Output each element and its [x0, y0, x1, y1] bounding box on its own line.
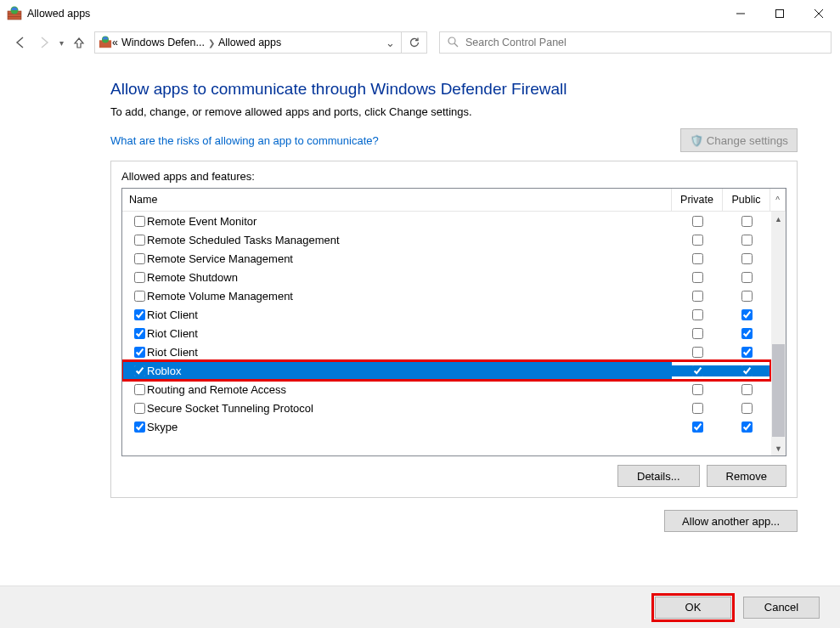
table-row[interactable]: Riot Client [122, 305, 770, 324]
row-public-checkbox[interactable] [741, 291, 753, 302]
row-public-checkbox[interactable] [741, 384, 753, 395]
column-public[interactable]: Public [723, 189, 770, 211]
table-row[interactable]: Routing and Remote Access [122, 380, 770, 399]
table-row[interactable]: Remote Event Monitor [122, 212, 770, 230]
remove-button[interactable]: Remove [707, 465, 786, 487]
row-enable-checkbox[interactable] [134, 328, 145, 339]
row-public-checkbox[interactable] [741, 309, 753, 320]
row-enable-checkbox[interactable] [134, 421, 145, 433]
row-private-checkbox[interactable] [692, 328, 703, 339]
column-private[interactable]: Private [672, 189, 723, 211]
allow-another-app-button[interactable]: Allow another app... [664, 510, 798, 532]
row-private-checkbox[interactable] [692, 347, 703, 358]
row-enable-checkbox[interactable] [134, 384, 145, 395]
row-private-checkbox[interactable] [692, 216, 703, 227]
row-name: Riot Client [147, 346, 198, 359]
search-box[interactable] [439, 31, 832, 54]
scroll-up-arrow[interactable]: ▲ [771, 212, 786, 226]
row-name: Remote Shutdown [147, 271, 238, 284]
navbar: ▾ « Windows Defen... ❯ Allowed apps ⌄ [0, 27, 840, 58]
page-title: Allow apps to communicate through Window… [110, 80, 798, 99]
scroll-down-arrow[interactable]: ▼ [771, 441, 786, 455]
firewall-icon [99, 36, 112, 49]
breadcrumb-item-2[interactable]: Allowed apps [218, 37, 281, 48]
row-public-checkbox[interactable] [741, 403, 753, 414]
breadcrumb-prefix: « [112, 37, 118, 48]
minimize-button[interactable] [721, 0, 760, 27]
list-header: Name Private Public ^ [122, 189, 786, 212]
table-row[interactable]: Riot Client [122, 324, 770, 342]
row-private-checkbox[interactable] [692, 235, 703, 246]
table-row[interactable]: Riot Client [122, 342, 770, 361]
address-dropdown[interactable]: ⌄ [382, 37, 397, 49]
window-title: Allowed apps [27, 8, 90, 20]
address-bar[interactable]: « Windows Defen... ❯ Allowed apps ⌄ [94, 31, 402, 54]
vertical-scrollbar[interactable]: ▲ ▼ [771, 212, 786, 455]
risks-link[interactable]: What are the risks of allowing an app to… [110, 134, 379, 147]
back-button[interactable] [8, 30, 32, 55]
details-button[interactable]: Details... [617, 465, 700, 487]
row-public-checkbox[interactable] [741, 253, 753, 264]
row-public-checkbox[interactable] [741, 272, 753, 283]
scroll-thumb[interactable] [772, 344, 785, 437]
table-row[interactable]: Remote Volume Management [122, 286, 770, 305]
row-enable-checkbox[interactable] [134, 365, 145, 376]
maximize-button[interactable] [760, 0, 799, 27]
close-button[interactable] [799, 0, 838, 27]
table-row[interactable]: Roblox [122, 361, 770, 380]
row-public-checkbox[interactable] [741, 365, 753, 376]
bottom-bar: OK Cancel [0, 586, 840, 628]
table-row[interactable]: Secure Socket Tunneling Protocol [122, 399, 770, 417]
svg-line-12 [454, 43, 458, 47]
row-private-checkbox[interactable] [692, 384, 703, 395]
row-private-checkbox[interactable] [692, 272, 703, 283]
breadcrumb-item-1[interactable]: Windows Defen... [121, 37, 205, 48]
change-settings-button[interactable]: 🛡️ Change settings [680, 128, 798, 152]
row-public-checkbox[interactable] [741, 216, 753, 227]
scroll-track[interactable] [771, 226, 786, 441]
row-private-checkbox[interactable] [692, 403, 703, 414]
table-row[interactable]: Skype [122, 417, 770, 436]
up-button[interactable] [67, 30, 91, 55]
table-row[interactable]: Remote Shutdown [122, 268, 770, 286]
cancel-button[interactable]: Cancel [743, 597, 820, 619]
row-enable-checkbox[interactable] [134, 235, 145, 246]
column-name[interactable]: Name [122, 189, 672, 211]
table-row[interactable]: Remote Service Management [122, 249, 770, 268]
shield-icon: 🛡️ [690, 134, 703, 147]
svg-point-11 [448, 37, 455, 44]
row-public-checkbox[interactable] [741, 421, 753, 433]
row-name: Secure Socket Tunneling Protocol [147, 402, 313, 415]
ok-button[interactable]: OK [655, 597, 731, 619]
recent-dropdown[interactable]: ▾ [56, 38, 67, 48]
search-icon [447, 36, 459, 50]
forward-button[interactable] [32, 30, 56, 55]
row-enable-checkbox[interactable] [134, 347, 145, 358]
row-enable-checkbox[interactable] [134, 216, 145, 227]
row-private-checkbox[interactable] [692, 365, 703, 376]
row-name: Riot Client [147, 327, 198, 340]
row-public-checkbox[interactable] [741, 235, 753, 246]
row-private-checkbox[interactable] [692, 291, 703, 302]
row-enable-checkbox[interactable] [134, 403, 145, 414]
refresh-button[interactable] [402, 31, 427, 54]
search-input[interactable] [464, 36, 824, 49]
row-private-checkbox[interactable] [692, 309, 703, 320]
row-private-checkbox[interactable] [692, 421, 703, 433]
firewall-icon [7, 6, 22, 21]
row-public-checkbox[interactable] [741, 347, 753, 358]
row-enable-checkbox[interactable] [134, 291, 145, 302]
page-subtitle: To add, change, or remove allowed apps a… [110, 105, 798, 118]
titlebar: Allowed apps [0, 0, 840, 27]
row-name: Skype [147, 421, 178, 433]
apps-listbox: Name Private Public ^ Remote Event Monit… [121, 188, 786, 456]
row-private-checkbox[interactable] [692, 253, 703, 264]
row-enable-checkbox[interactable] [134, 309, 145, 320]
row-enable-checkbox[interactable] [134, 253, 145, 264]
table-row[interactable]: Remote Scheduled Tasks Management [122, 230, 770, 249]
row-public-checkbox[interactable] [741, 328, 753, 339]
svg-rect-6 [776, 10, 784, 18]
row-enable-checkbox[interactable] [134, 272, 145, 283]
row-name: Roblox [147, 365, 181, 377]
row-name: Routing and Remote Access [147, 383, 286, 396]
